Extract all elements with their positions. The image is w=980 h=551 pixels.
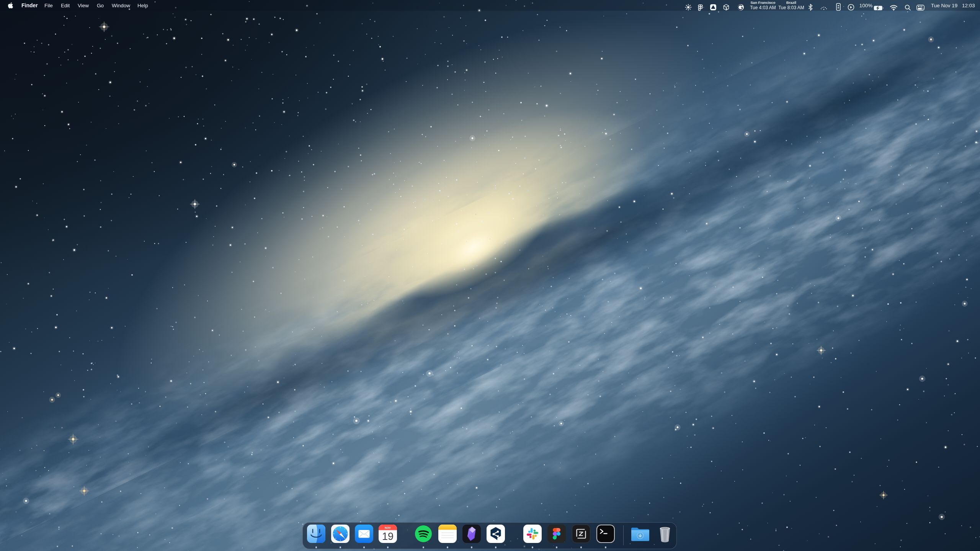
svg-text:NOV: NOV: [385, 526, 391, 530]
svg-text:19: 19: [382, 531, 394, 542]
